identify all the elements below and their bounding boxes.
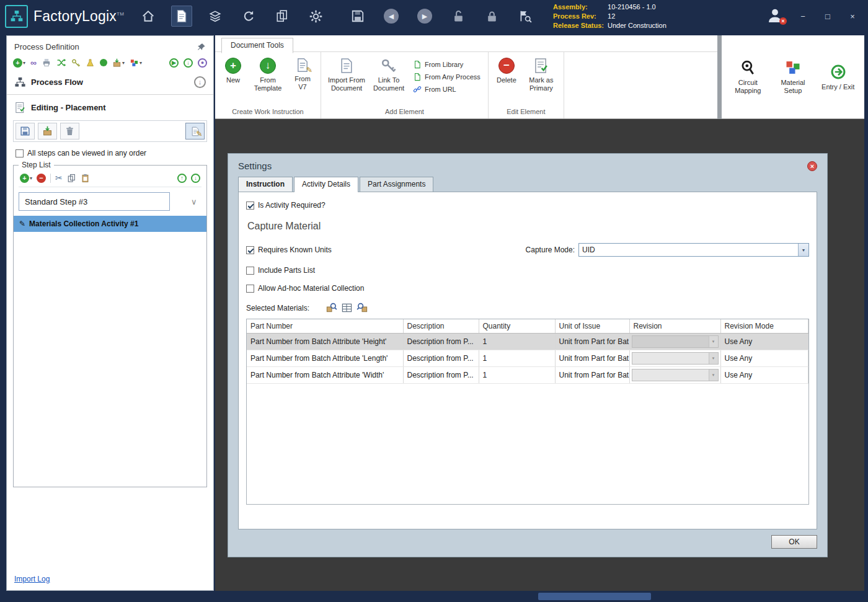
add-icon[interactable]: +▾: [13, 58, 25, 68]
leaf-icon[interactable]: [100, 59, 107, 66]
from-url-button[interactable]: From URL: [413, 85, 480, 94]
entry-exit-icon: [830, 63, 847, 81]
chevron-down-icon[interactable]: ∨: [191, 197, 197, 206]
save-step-button[interactable]: [16, 123, 35, 139]
minimize-button[interactable]: −: [796, 12, 810, 21]
settings-close-button[interactable]: ×: [807, 161, 817, 171]
test-flask-icon[interactable]: [86, 58, 95, 68]
cut-icon[interactable]: ✂: [55, 173, 63, 183]
step-selector[interactable]: Standard Step #3: [19, 192, 170, 211]
move-down-icon[interactable]: ↓: [191, 174, 200, 183]
find-material-icon[interactable]: [326, 302, 337, 314]
allow-adhoc-checkbox[interactable]: [246, 285, 254, 293]
search-material-icon[interactable]: [356, 302, 368, 314]
cell-description: Description from P...: [403, 350, 479, 367]
collapse-icon[interactable]: ↓: [194, 76, 206, 88]
include-parts-list-checkbox[interactable]: [246, 267, 254, 275]
edit-mode-button[interactable]: ✎: [185, 123, 205, 139]
tab-part-assignments[interactable]: Part Assignments: [360, 177, 433, 192]
table-row[interactable]: Part Number from Batch Attribute 'Length…: [247, 350, 808, 367]
revision-dropdown[interactable]: ▼: [632, 335, 719, 348]
user-logout-icon[interactable]: ×: [766, 7, 785, 25]
play-icon[interactable]: ▶: [169, 58, 179, 68]
new-button[interactable]: + New: [219, 55, 247, 87]
link-to-document-button[interactable]: Link To Document: [370, 55, 407, 95]
capture-mode-select[interactable]: UID ▼: [578, 243, 809, 257]
ok-button[interactable]: OK: [771, 535, 817, 549]
app-body: Process Definition +▾ ∞ ▾ ▾ ▶ ↓ ● Proces…: [0, 32, 868, 591]
save-icon[interactable]: [347, 6, 368, 27]
cell-description: Description from P...: [403, 367, 479, 384]
requires-known-units-checkbox[interactable]: [246, 246, 254, 254]
main-toolbar: ◀ ▶: [138, 6, 536, 27]
print-icon[interactable]: [42, 58, 51, 68]
material-grid-icon[interactable]: [341, 302, 353, 314]
remove-step-icon[interactable]: −: [37, 174, 46, 183]
process-flow-icon: [14, 76, 26, 88]
from-template-button[interactable]: ↓ From Template: [249, 55, 286, 95]
col-quantity[interactable]: Quantity: [479, 319, 555, 334]
home-icon[interactable]: [138, 6, 159, 27]
add-step-icon[interactable]: +▾: [20, 174, 32, 183]
from-library-button[interactable]: From Library: [413, 60, 480, 69]
import-from-document-button[interactable]: Import From Document: [325, 55, 368, 95]
col-revision-mode[interactable]: Revision Mode: [720, 319, 808, 334]
trademark: TM: [117, 11, 124, 17]
table-row[interactable]: Part Number from Batch Attribute 'Width'…: [247, 367, 808, 384]
revision-dropdown[interactable]: ▼: [632, 352, 719, 365]
sync-icon[interactable]: [238, 6, 259, 27]
search-audit-icon[interactable]: [515, 6, 536, 27]
export-icon[interactable]: ▾: [112, 58, 125, 68]
view-options-icon[interactable]: ▾: [130, 58, 142, 68]
material-setup-button[interactable]: Material Setup: [774, 56, 812, 97]
key-icon[interactable]: [71, 58, 81, 68]
link-process-icon[interactable]: ∞: [30, 58, 37, 68]
close-button[interactable]: ×: [846, 12, 859, 21]
lock-icon[interactable]: [481, 6, 502, 27]
back-icon[interactable]: ◀: [381, 6, 402, 27]
delete-button[interactable]: − Delete: [492, 55, 521, 87]
delete-step-button[interactable]: [60, 123, 79, 139]
col-part-number[interactable]: Part Number: [247, 319, 403, 334]
process-definition-icon[interactable]: [171, 6, 192, 27]
tab-document-tools[interactable]: Document Tools: [221, 38, 293, 53]
editing-label: Editing - Placement: [31, 103, 106, 112]
assembly-label: Assembly:: [553, 2, 608, 12]
tab-activity-details[interactable]: Activity Details: [294, 177, 358, 192]
transfer-icon[interactable]: [56, 58, 66, 68]
move-up-icon[interactable]: ↑: [177, 174, 187, 183]
maximize-button[interactable]: □: [821, 12, 835, 21]
chain-link-icon: [413, 85, 422, 94]
any-order-checkbox[interactable]: [16, 149, 24, 157]
table-row[interactable]: Part Number from Batch Attribute 'Height…: [247, 334, 808, 350]
from-v7-button[interactable]: ✎ From V7: [288, 55, 317, 94]
entry-exit-button[interactable]: Entry / Exit: [820, 61, 857, 94]
release-status-value: Under Construction: [608, 21, 666, 30]
templates-icon[interactable]: [205, 6, 226, 27]
copy-icon[interactable]: [67, 174, 76, 183]
logout-badge-icon: ×: [779, 17, 787, 25]
settings-gear-icon[interactable]: [305, 6, 326, 27]
group-add-element: Import From Document Link To Document: [321, 52, 489, 118]
is-activity-required-checkbox[interactable]: [246, 201, 254, 210]
pin-icon[interactable]: [197, 43, 206, 51]
tab-instruction[interactable]: Instruction: [238, 177, 293, 192]
circuit-mapping-button[interactable]: Circuit Mapping: [729, 56, 766, 97]
paste-icon[interactable]: [81, 174, 90, 183]
from-any-process-button[interactable]: From Any Process: [413, 73, 480, 81]
documents-icon[interactable]: [272, 6, 293, 27]
col-description[interactable]: Description: [403, 319, 479, 334]
forward-icon[interactable]: ▶: [414, 6, 435, 27]
mark-as-primary-button[interactable]: Mark as Primary: [523, 55, 560, 95]
process-flow-row[interactable]: Process Flow ↓: [7, 71, 213, 93]
activity-list-item-selected[interactable]: ✎ Materials Collection Activity #1: [14, 216, 206, 232]
import-log-link[interactable]: Import Log: [14, 575, 50, 583]
record-icon[interactable]: ●: [198, 58, 207, 68]
cell-revision-mode: Use Any: [720, 367, 808, 384]
col-revision[interactable]: Revision: [629, 319, 720, 334]
revision-dropdown[interactable]: ▼: [632, 369, 719, 381]
unlock-icon[interactable]: [448, 6, 469, 27]
col-unit-of-issue[interactable]: Unit of Issue: [555, 319, 629, 334]
import-step-button[interactable]: [38, 123, 57, 139]
refresh-icon[interactable]: ↓: [184, 58, 193, 68]
